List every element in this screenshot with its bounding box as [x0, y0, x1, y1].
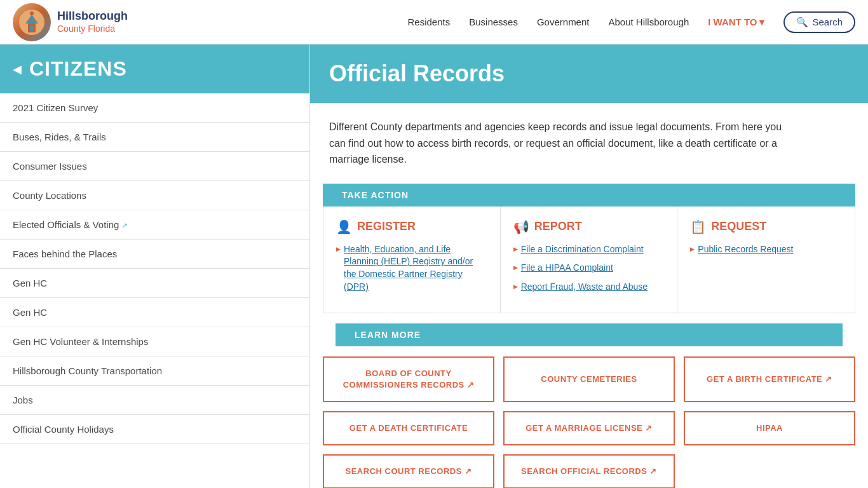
logo-icon: [13, 3, 51, 41]
page-header: Official Records: [310, 44, 868, 103]
sidebar-item-county-holidays[interactable]: Official County Holidays: [0, 415, 309, 444]
list-item: Buses, Rides, & Trails: [0, 123, 309, 152]
content-area: Official Records Different County depart…: [310, 44, 868, 488]
take-action-grid: 👤 REGISTER Health, Education, and Life P…: [323, 207, 855, 313]
page-description: Different County departments and agencie…: [310, 103, 806, 184]
list-item: County Locations: [0, 181, 309, 210]
list-item: Jobs: [0, 386, 309, 415]
list-item: Hillsborough County Transportation: [0, 356, 309, 386]
request-title: 📋 REQUEST: [690, 219, 842, 234]
sidebar-item-county-locations[interactable]: County Locations: [0, 181, 309, 210]
list-item: Public Records Request: [690, 243, 842, 256]
sidebar: ◀ CITIZENS 2021 Citizen Survey Buses, Ri…: [0, 44, 310, 488]
public-records-link[interactable]: Public Records Request: [698, 244, 793, 254]
sidebar-item-gen-hc-volunteer[interactable]: Gen HC Volunteer & Internships: [0, 327, 309, 356]
sidebar-item-faces[interactable]: Faces behind the Places: [0, 240, 309, 268]
cemeteries-button[interactable]: COUNTY CEMETERIES: [503, 356, 675, 402]
sidebar-item-gen-hc-2[interactable]: Gen HC: [0, 298, 309, 327]
learn-more-header: LEARN MORE: [336, 323, 843, 346]
logo-text: Hillsborough County Florida: [57, 10, 128, 34]
logo-line2: County Florida: [57, 24, 128, 34]
list-item: Gen HC: [0, 269, 309, 298]
logo-area[interactable]: Hillsborough County Florida: [13, 3, 128, 41]
sidebar-item-consumer[interactable]: Consumer Issues: [0, 152, 309, 180]
main-layout: ◀ CITIZENS 2021 Citizen Survey Buses, Ri…: [0, 44, 868, 488]
sidebar-header: ◀ CITIZENS: [0, 44, 309, 93]
sidebar-item-elected-officials[interactable]: Elected Officials & Voting: [0, 210, 309, 239]
list-item: Health, Education, and Life Planning (HE…: [336, 243, 487, 293]
chevron-down-icon: ▾: [759, 17, 764, 28]
register-column: 👤 REGISTER Health, Education, and Life P…: [323, 207, 501, 313]
page-title: Official Records: [329, 60, 849, 87]
nav-about[interactable]: About Hillsborough: [608, 17, 689, 27]
list-item: Consumer Issues: [0, 152, 309, 181]
hipaa-complaint-link[interactable]: File a HIPAA Complaint: [521, 262, 613, 273]
register-icon: 👤: [336, 219, 352, 234]
official-records-button[interactable]: SEARCH OFFICIAL RECORDS ↗: [503, 454, 675, 488]
request-icon: 📋: [690, 219, 706, 234]
list-item: Gen HC: [0, 298, 309, 327]
back-arrow-icon: ◀: [13, 62, 22, 76]
marriage-license-button[interactable]: GET A MARRIAGE LICENSE ↗: [503, 411, 675, 445]
list-item: 2021 Citizen Survey: [0, 93, 309, 123]
take-action-header: TAKE ACTION: [323, 184, 855, 207]
learn-more-section: LEARN MORE BOARD OF COUNTY COMMISSIONERS…: [323, 323, 855, 488]
i-want-to-menu[interactable]: I WANT TO ▾: [708, 17, 764, 28]
register-links: Health, Education, and Life Planning (HE…: [336, 243, 487, 293]
hipaa-button[interactable]: HIPAA: [684, 411, 855, 445]
sidebar-item-gen-hc-1[interactable]: Gen HC: [0, 269, 309, 297]
report-column: 📢 REPORT File a Discrimination Complaint…: [501, 207, 678, 313]
request-links: Public Records Request: [690, 243, 842, 256]
help-registry-link[interactable]: Health, Education, and Life Planning (HE…: [344, 244, 473, 292]
search-button[interactable]: 🔍 Search: [783, 11, 855, 33]
sidebar-item-buses[interactable]: Buses, Rides, & Trails: [0, 123, 309, 151]
court-records-button[interactable]: SEARCH COURT RECORDS ↗: [323, 454, 494, 488]
register-title: 👤 REGISTER: [336, 219, 487, 234]
sidebar-section-label: CITIZENS: [29, 57, 127, 81]
list-item: Elected Officials & Voting: [0, 210, 309, 240]
report-title: 📢 REPORT: [513, 219, 665, 234]
svg-rect-3: [30, 26, 34, 31]
sidebar-item-jobs[interactable]: Jobs: [0, 386, 309, 414]
list-item: Faces behind the Places: [0, 240, 309, 269]
sidebar-item-transportation[interactable]: Hillsborough County Transportation: [0, 356, 309, 385]
sidebar-nav: 2021 Citizen Survey Buses, Rides, & Trai…: [0, 93, 309, 444]
main-nav: Residents Businesses Government About Hi…: [408, 11, 855, 33]
list-item: Official County Holidays: [0, 415, 309, 444]
discrimination-link[interactable]: File a Discrimination Complaint: [521, 244, 644, 254]
report-icon: 📢: [513, 219, 529, 234]
take-action-section: TAKE ACTION 👤 REGISTER Health, Education…: [310, 184, 868, 313]
svg-point-4: [30, 11, 34, 15]
nav-government[interactable]: Government: [537, 17, 590, 27]
list-item: File a Discrimination Complaint: [513, 243, 665, 256]
learn-more-grid: BOARD OF COUNTY COMMISSIONERS RECORDS ↗ …: [323, 346, 855, 488]
list-item: Report Fraud, Waste and Abuse: [513, 281, 665, 294]
death-cert-button[interactable]: GET A DEATH CERTIFICATE: [323, 411, 494, 445]
list-item: Gen HC Volunteer & Internships: [0, 327, 309, 356]
board-records-button[interactable]: BOARD OF COUNTY COMMISSIONERS RECORDS ↗: [323, 356, 494, 402]
nav-businesses[interactable]: Businesses: [469, 17, 518, 27]
sidebar-item-citizen-survey[interactable]: 2021 Citizen Survey: [0, 93, 309, 122]
list-item: File a HIPAA Complaint: [513, 262, 665, 274]
birth-cert-button[interactable]: GET A BIRTH CERTIFICATE ↗: [684, 356, 855, 402]
header: Hillsborough County Florida Residents Bu…: [0, 0, 868, 44]
nav-residents[interactable]: Residents: [408, 17, 451, 27]
request-column: 📋 REQUEST Public Records Request: [677, 207, 855, 313]
report-links: File a Discrimination Complaint File a H…: [513, 243, 665, 294]
fraud-link[interactable]: Report Fraud, Waste and Abuse: [521, 281, 648, 292]
search-icon: 🔍: [796, 17, 808, 28]
logo-line1: Hillsborough: [57, 10, 128, 24]
